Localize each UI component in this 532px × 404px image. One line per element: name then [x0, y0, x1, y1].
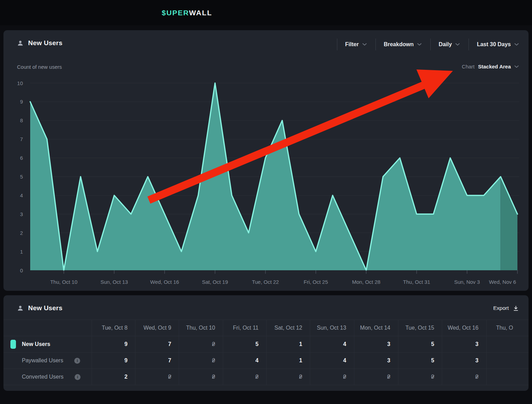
- row-label: New Users: [22, 341, 50, 347]
- chart-type-selector[interactable]: Chart Stacked Area: [462, 64, 519, 69]
- table-cell: 7: [135, 353, 179, 369]
- download-icon: [513, 305, 519, 311]
- chart-type-label: Chart: [462, 64, 475, 69]
- chevron-down-icon: [417, 43, 422, 46]
- table-cell: 3: [442, 336, 486, 353]
- empty-corner-cell: [3, 320, 92, 336]
- breakdown-dropdown[interactable]: Breakdown: [375, 39, 430, 50]
- control-divider: [375, 39, 376, 50]
- row-label: Paywalled Users: [22, 357, 63, 364]
- date-range-dropdown[interactable]: Last 30 Days: [468, 39, 520, 50]
- row-label-cell: Paywalled Usersi: [3, 353, 92, 369]
- new-users-table-card: New Users Export Tue, Oct 8Wed, Oct 9Thu…: [3, 295, 529, 391]
- chevron-down-icon: [455, 43, 460, 46]
- table-cell: 0: [179, 353, 223, 369]
- table-cell: 5: [398, 353, 442, 369]
- table-cell: 1: [266, 336, 310, 353]
- logo-accent-text: $UPER: [162, 9, 189, 17]
- chevron-down-icon: [514, 43, 519, 46]
- export-button[interactable]: Export: [493, 305, 519, 311]
- table-cell: 9: [92, 336, 135, 353]
- column-header: Fri, Oct 11: [223, 320, 266, 336]
- top-navigation-bar: $UPERWALL: [0, 0, 532, 25]
- table-cell: 0: [398, 369, 442, 385]
- logo-rest-text: WALL: [189, 9, 212, 17]
- table-cell: 0: [223, 369, 266, 385]
- column-header: Tue, Oct 8: [92, 320, 135, 336]
- chart-card-title: New Users: [17, 39, 62, 47]
- chart-subtitle: Count of new users: [17, 64, 62, 70]
- table-cell: 4: [310, 336, 354, 353]
- table-cell: 0: [179, 336, 223, 353]
- table-cell: 3: [354, 336, 398, 353]
- table-cell: 0: [179, 369, 223, 385]
- table-cell: 5: [223, 336, 266, 353]
- table-cell: 9: [92, 353, 135, 369]
- chevron-down-icon: [362, 43, 367, 46]
- person-icon: [17, 305, 24, 312]
- column-header: Sat, Oct 12: [266, 320, 310, 336]
- chart-title: New Users: [28, 39, 62, 47]
- table-cell: 7: [135, 336, 179, 353]
- column-header: Thu, O: [486, 320, 529, 336]
- table-row: Converted Usersi200000000: [3, 369, 529, 385]
- column-header: Wed, Oct 16: [442, 320, 486, 336]
- table-title: New Users: [28, 304, 62, 312]
- column-header: Sun, Oct 13: [310, 320, 354, 336]
- chevron-down-icon: [514, 65, 519, 68]
- table-cell: 2: [92, 369, 135, 385]
- control-divider: [337, 39, 337, 50]
- table-row: Paywalled Usersi970414353: [3, 353, 529, 369]
- granularity-dropdown[interactable]: Daily: [430, 39, 468, 50]
- table-cell: [486, 336, 529, 353]
- table-cell: 3: [442, 353, 486, 369]
- table-cell: 0: [310, 369, 354, 385]
- control-divider: [430, 39, 431, 50]
- superwall-dashboard: { "topbar": { "logo_accent": "$UPER", "l…: [0, 0, 532, 404]
- info-icon[interactable]: i: [75, 374, 81, 380]
- column-header: Wed, Oct 9: [135, 320, 179, 336]
- table-cell: 0: [135, 369, 179, 385]
- info-icon[interactable]: i: [74, 358, 80, 364]
- superwall-logo: $UPERWALL: [162, 9, 212, 17]
- row-label-cell: Converted Usersi: [3, 369, 92, 385]
- table-cell: 5: [398, 336, 442, 353]
- table-cell: 1: [266, 353, 310, 369]
- table-cell: 0: [266, 369, 310, 385]
- person-icon: [17, 40, 24, 47]
- series-color-swatch: [10, 340, 16, 349]
- new-users-chart-card: New Users Filter Breakdown Daily Last: [3, 30, 529, 291]
- table-cell: [486, 353, 529, 369]
- table-cell: 0: [354, 369, 398, 385]
- row-label-cell: New Users: [3, 336, 92, 353]
- table-cell: 3: [354, 353, 398, 369]
- filter-dropdown[interactable]: Filter: [337, 39, 375, 50]
- column-header: Tue, Oct 15: [398, 320, 442, 336]
- row-label: Converted Users: [22, 374, 64, 380]
- chart-controls: Filter Breakdown Daily Last 30 Days: [337, 39, 520, 50]
- chart-type-value: Stacked Area: [478, 64, 511, 69]
- column-header: Mon, Oct 14: [354, 320, 398, 336]
- control-divider: [468, 39, 469, 50]
- table-header-row: Tue, Oct 8Wed, Oct 9Thu, Oct 10Fri, Oct …: [3, 320, 529, 336]
- table-row: New Users970514353: [3, 336, 529, 353]
- table-cell: 4: [310, 353, 354, 369]
- table-card-title: New Users: [17, 304, 62, 312]
- new-users-data-table: Tue, Oct 8Wed, Oct 9Thu, Oct 10Fri, Oct …: [3, 320, 529, 385]
- table-cell: 4: [223, 353, 266, 369]
- column-header: Thu, Oct 10: [179, 320, 223, 336]
- table-cell: [486, 369, 529, 385]
- table-cell: 0: [442, 369, 486, 385]
